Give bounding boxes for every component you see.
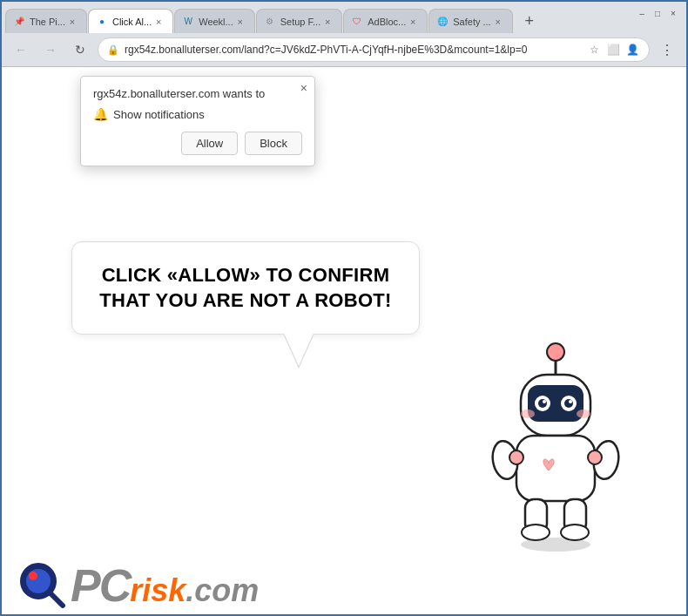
close-button[interactable]: × — [667, 7, 679, 19]
risk-text: risk — [130, 575, 185, 606]
popup-buttons: Allow Block — [93, 132, 302, 155]
popup-close-button[interactable]: × — [300, 82, 307, 94]
svg-point-8 — [564, 399, 573, 408]
tab-1[interactable]: 📌 The Pi... × — [5, 9, 87, 33]
tab-5-label: AdBloc... — [368, 17, 406, 27]
tab-2[interactable]: ● Click Al... × — [88, 9, 173, 33]
address-bar-row: ← → ↻ 🔒 rgx54z.bonalluterser.com/land?c=… — [2, 33, 686, 66]
tab-4-favicon: ⚙ — [264, 16, 276, 28]
allow-button[interactable]: Allow — [181, 132, 238, 155]
page-content: × rgx54z.bonalluterser.com wants to 🔔 Sh… — [2, 67, 686, 616]
bookmark-icon[interactable]: ☆ — [586, 42, 602, 58]
svg-point-11 — [521, 410, 535, 418]
tab-1-close[interactable]: × — [65, 15, 79, 29]
url-text: rgx54z.bonalluterser.com/land?c=JV6kdZ-P… — [125, 44, 581, 56]
refresh-button[interactable]: ↻ — [68, 37, 92, 62]
tab-2-close[interactable]: × — [152, 15, 165, 29]
popup-title: rgx54z.bonalluterser.com wants to — [93, 87, 302, 100]
tab-5[interactable]: 🛡 AdBloc... × — [343, 9, 428, 33]
profile-icon[interactable]: 👤 — [624, 42, 640, 58]
svg-point-17 — [588, 450, 602, 464]
robot-illustration — [469, 331, 643, 549]
tab-4-label: Setup F... — [280, 17, 320, 27]
cast-icon[interactable]: ⬜ — [605, 42, 621, 58]
notification-text: Show notifications — [113, 108, 205, 121]
tab-6[interactable]: 🌐 Safety ... × — [428, 9, 512, 33]
pc-text: PC — [71, 563, 130, 608]
pcrisk-text: PC risk .com — [71, 563, 259, 609]
tab-2-label: Click Al... — [112, 17, 152, 27]
maximize-button[interactable]: □ — [651, 7, 664, 19]
domain-text: .com — [185, 572, 259, 609]
tab-3-close[interactable]: × — [233, 15, 247, 29]
tab-6-close[interactable]: × — [491, 15, 505, 29]
svg-line-25 — [51, 593, 63, 606]
tab-3-label: Weekl... — [199, 17, 233, 27]
tab-6-label: Safety ... — [453, 17, 490, 27]
minimize-button[interactable]: – — [636, 7, 648, 19]
svg-rect-13 — [516, 436, 595, 501]
window-controls: – □ × — [636, 7, 679, 19]
tab-2-favicon: ● — [96, 16, 108, 28]
svg-point-16 — [509, 450, 523, 464]
address-field[interactable]: 🔒 rgx54z.bonalluterser.com/land?c=JV6kdZ… — [98, 37, 650, 62]
pcrisk-magnifier-icon — [19, 562, 67, 610]
block-button[interactable]: Block — [245, 132, 302, 155]
tab-1-favicon: 📌 — [13, 16, 25, 28]
svg-point-21 — [561, 525, 589, 540]
notification-row: 🔔 Show notifications — [93, 107, 302, 121]
svg-point-23 — [26, 569, 51, 593]
tab-6-favicon: 🌐 — [436, 16, 449, 28]
svg-point-20 — [522, 525, 550, 540]
lock-icon: 🔒 — [107, 44, 119, 56]
tab-bar: 📌 The Pi... × ● Click Al... × W Weekl...… — [2, 2, 686, 67]
back-button[interactable]: ← — [9, 37, 33, 62]
notification-popup: × rgx54z.bonalluterser.com wants to 🔔 Sh… — [80, 76, 315, 166]
bubble-text: CLICK «ALLOW» TO CONFIRM THAT YOU ARE NO… — [98, 263, 393, 313]
tab-5-close[interactable]: × — [406, 15, 420, 29]
browser-window: 📌 The Pi... × ● Click Al... × W Weekl...… — [2, 2, 686, 616]
tab-4[interactable]: ⚙ Setup F... × — [256, 9, 342, 33]
pcrisk-logo: PC risk .com — [19, 562, 259, 610]
new-tab-button[interactable]: + — [517, 9, 542, 33]
tab-1-label: The Pi... — [30, 17, 65, 27]
speech-bubble: CLICK «ALLOW» TO CONFIRM THAT YOU ARE NO… — [71, 241, 420, 335]
svg-point-7 — [538, 399, 547, 408]
tab-3[interactable]: W Weekl... × — [174, 9, 255, 33]
tab-3-favicon: W — [182, 16, 194, 28]
svg-point-9 — [543, 400, 546, 403]
svg-point-2 — [547, 343, 564, 361]
forward-button[interactable]: → — [38, 37, 63, 62]
svg-point-24 — [29, 572, 37, 580]
tab-4-close[interactable]: × — [320, 15, 334, 29]
svg-point-10 — [569, 400, 572, 403]
address-icons: ☆ ⬜ 👤 — [586, 42, 640, 58]
menu-button[interactable]: ⋮ — [655, 37, 679, 62]
tab-5-favicon: 🛡 — [351, 16, 363, 28]
bell-icon: 🔔 — [93, 107, 108, 121]
svg-point-12 — [577, 410, 590, 418]
